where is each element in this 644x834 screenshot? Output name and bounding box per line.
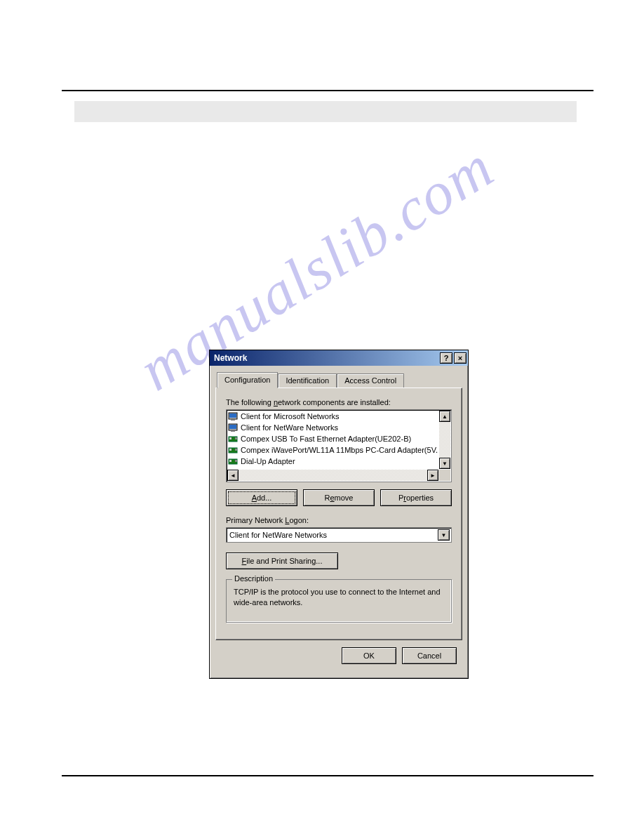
help-button[interactable]: ? xyxy=(440,352,452,364)
scrollbar-corner xyxy=(439,470,450,481)
adapter-icon xyxy=(228,456,238,466)
file-print-sharing-button[interactable]: File and Print Sharing... xyxy=(226,552,338,569)
horizontal-scrollbar[interactable]: ◄ ► xyxy=(227,470,450,481)
cancel-button[interactable]: Cancel xyxy=(402,647,457,664)
remove-pre: R xyxy=(325,494,330,502)
label-text-post: etwork components are installed: xyxy=(278,398,391,406)
tabsheet: Configuration Identification Access Cont… xyxy=(215,371,462,640)
page-gray-band xyxy=(74,101,577,122)
titlebar: Network ? × xyxy=(210,350,468,366)
properties-pre: P xyxy=(398,494,403,502)
remove-post: move xyxy=(335,494,354,502)
bottom-rule xyxy=(62,775,593,776)
share-label: ile and Print Sharing... xyxy=(246,557,322,565)
logon-pre: Primary Network xyxy=(226,516,285,524)
svg-rect-14 xyxy=(235,460,237,462)
primary-logon-label: Primary Network Logon: xyxy=(226,516,452,524)
component-buttons-row: Add... Remove Properties xyxy=(226,489,452,506)
logon-post: ogon: xyxy=(289,516,309,524)
components-listbox[interactable]: Client for Microsoft Networks Client for… xyxy=(226,409,452,482)
description-title: Description xyxy=(232,574,275,583)
list-item-label: Dial-Up Adapter xyxy=(241,457,295,465)
vertical-scrollbar[interactable]: ▲ ▼ xyxy=(439,411,450,469)
network-dialog: Network ? × Configuration Identification… xyxy=(209,350,469,679)
tab-configuration[interactable]: Configuration xyxy=(217,372,278,388)
adapter-icon xyxy=(228,445,238,455)
properties-button[interactable]: Properties xyxy=(380,489,452,506)
description-groupbox: Description TCP/IP is the protocol you u… xyxy=(226,579,452,623)
share-hotkey: F xyxy=(242,557,247,565)
svg-rect-2 xyxy=(231,419,235,421)
list-item[interactable]: Client for Microsoft Networks xyxy=(228,411,438,422)
svg-rect-10 xyxy=(229,449,232,451)
list-item[interactable]: Client for NetWare Networks xyxy=(228,422,438,433)
svg-rect-4 xyxy=(229,425,236,429)
list-item-label: Client for NetWare Networks xyxy=(241,423,338,432)
add-label: dd... xyxy=(257,494,271,502)
scroll-down-button[interactable]: ▼ xyxy=(439,458,450,469)
dialog-buttons-row: OK Cancel xyxy=(215,640,462,671)
components-list-wrap: Client for Microsoft Networks Client for… xyxy=(226,409,452,482)
chevron-down-icon[interactable]: ▼ xyxy=(438,529,450,541)
primary-logon-dropdown[interactable]: Client for NetWare Networks ▼ xyxy=(226,527,452,543)
svg-rect-5 xyxy=(231,430,235,432)
label-text-pre: The following xyxy=(226,398,274,406)
dropdown-value: Client for NetWare Networks xyxy=(229,531,327,539)
list-item[interactable]: Compex iWavePort/WL11A 11Mbps PC-Card Ad… xyxy=(228,444,438,456)
list-item-label: Compex iWavePort/WL11A 11Mbps PC-Card Ad… xyxy=(241,446,438,454)
list-item[interactable]: Dial-Up Adapter xyxy=(228,456,438,467)
scroll-left-button[interactable]: ◄ xyxy=(227,470,239,481)
tab-access-control[interactable]: Access Control xyxy=(337,373,404,388)
scroll-right-button[interactable]: ► xyxy=(427,470,438,481)
scroll-up-button[interactable]: ▲ xyxy=(439,411,450,422)
top-rule xyxy=(62,90,593,91)
svg-rect-7 xyxy=(229,437,232,439)
svg-rect-1 xyxy=(229,413,236,418)
installed-components-label: The following network components are ins… xyxy=(226,398,452,406)
svg-rect-11 xyxy=(235,449,237,451)
list-item-label: Compex USB To Fast Ethernet Adapter(UE20… xyxy=(241,435,411,443)
list-item[interactable]: Compex USB To Fast Ethernet Adapter(UE20… xyxy=(228,433,438,444)
client-icon xyxy=(228,411,238,421)
add-button[interactable]: Add... xyxy=(226,489,297,506)
client-icon xyxy=(228,423,238,432)
list-item-label: Client for Microsoft Networks xyxy=(241,412,340,421)
dialog-title: Network xyxy=(214,353,247,363)
svg-rect-8 xyxy=(235,437,237,439)
tab-panel-configuration: The following network components are ins… xyxy=(215,388,462,640)
description-text: TCP/IP is the protocol you use to connec… xyxy=(234,587,444,615)
ok-button[interactable]: OK xyxy=(342,647,396,664)
titlebar-buttons: ? × xyxy=(440,352,467,364)
dialog-client: Configuration Identification Access Cont… xyxy=(210,366,468,678)
add-hotkey: A xyxy=(252,494,257,502)
properties-post: operties xyxy=(406,494,434,502)
components-list-inner: Client for Microsoft Networks Client for… xyxy=(227,410,439,470)
svg-rect-13 xyxy=(229,460,232,462)
tab-strip: Configuration Identification Access Cont… xyxy=(215,371,462,388)
tab-identification[interactable]: Identification xyxy=(278,373,337,388)
remove-button[interactable]: Remove xyxy=(303,489,375,506)
close-button[interactable]: × xyxy=(454,352,467,364)
adapter-icon xyxy=(228,434,238,444)
